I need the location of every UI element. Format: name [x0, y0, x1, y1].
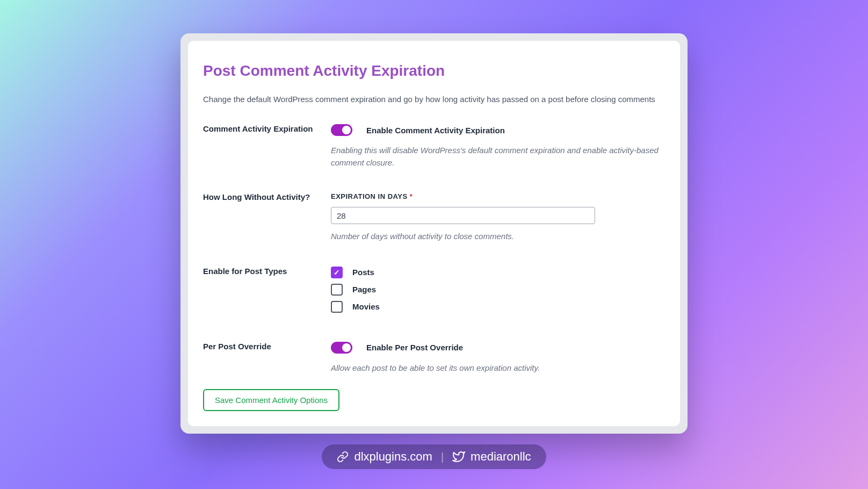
- checkbox-posts[interactable]: [331, 267, 343, 278]
- field-how-long: How Long Without Activity? Expiration in…: [203, 192, 665, 243]
- link-icon: [337, 451, 349, 463]
- footer-link-twitter[interactable]: mediaronllc: [452, 450, 531, 464]
- help-per-post: Allow each post to be able to set its ow…: [331, 362, 665, 375]
- checkbox-movies[interactable]: [331, 301, 343, 313]
- label-per-post: Per Post Override: [203, 342, 271, 351]
- checkbox-label-movies: Movies: [352, 302, 380, 311]
- settings-card-outer: Post Comment Activity Expiration Change …: [180, 33, 688, 434]
- twitter-icon: [452, 450, 465, 463]
- footer-pill: dlxplugins.com | mediaronllc: [322, 444, 546, 469]
- label-how-long: How Long Without Activity?: [203, 192, 310, 202]
- input-expiration-days[interactable]: [331, 207, 595, 224]
- help-how-long: Number of days without activity to close…: [331, 231, 665, 243]
- input-label-expiration-days: Expiration in Days *: [331, 192, 665, 200]
- toggle-knob: [342, 126, 351, 134]
- footer-separator: |: [441, 451, 444, 463]
- toggle-knob: [342, 343, 351, 352]
- save-button[interactable]: Save Comment Activity Options: [203, 389, 339, 411]
- help-activity-expiration: Enabling this will disable WordPress's d…: [331, 145, 665, 169]
- footer-link-site[interactable]: dlxplugins.com: [337, 450, 432, 464]
- checkbox-pages[interactable]: [331, 284, 343, 296]
- field-post-types: Enable for Post Types Posts Pages Movies: [203, 267, 665, 318]
- toggle-activity-expiration[interactable]: [331, 124, 352, 136]
- label-post-types: Enable for Post Types: [203, 267, 287, 276]
- required-marker: *: [410, 192, 413, 200]
- field-activity-expiration: Comment Activity Expiration Enable Comme…: [203, 124, 665, 169]
- page-title: Post Comment Activity Expiration: [203, 62, 665, 80]
- toggle-label-per-post: Enable Per Post Override: [366, 343, 463, 352]
- toggle-label-activity-expiration: Enable Comment Activity Expiration: [366, 126, 505, 135]
- toggle-per-post[interactable]: [331, 342, 352, 354]
- field-per-post: Per Post Override Enable Per Post Overri…: [203, 342, 665, 375]
- label-activity-expiration: Comment Activity Expiration: [203, 124, 313, 133]
- page-subtitle: Change the default WordPress comment exp…: [203, 95, 665, 104]
- checkbox-label-pages: Pages: [352, 285, 376, 294]
- checkbox-label-posts: Posts: [352, 268, 374, 277]
- settings-card: Post Comment Activity Expiration Change …: [188, 41, 680, 426]
